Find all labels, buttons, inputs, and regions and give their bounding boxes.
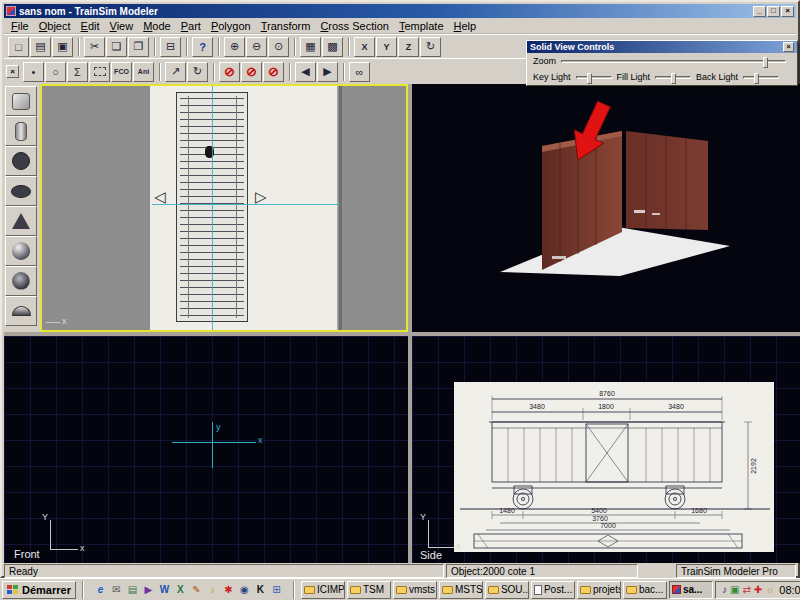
palette-close-icon[interactable]: × bbox=[783, 42, 794, 52]
network-icon[interactable]: ⇄ bbox=[742, 585, 750, 595]
zoom-out-icon[interactable]: ⊖ bbox=[246, 37, 267, 57]
key-light-slider-thumb[interactable] bbox=[587, 73, 592, 84]
show-desktop-icon[interactable]: ▤ bbox=[125, 582, 140, 597]
ellipsoid-shape-button[interactable] bbox=[5, 176, 37, 206]
titlebar[interactable]: sans nom - TrainSim Modeler _ □ × bbox=[4, 4, 796, 18]
forbid-3-icon[interactable]: ⊘ bbox=[263, 62, 284, 82]
notepad-icon[interactable]: ♪ bbox=[205, 582, 220, 597]
toolbar-separator bbox=[213, 63, 215, 81]
menu-file[interactable]: File bbox=[6, 19, 34, 33]
minimize-button[interactable]: _ bbox=[753, 6, 766, 17]
cone-shape-button[interactable] bbox=[5, 206, 37, 236]
save-file-icon[interactable]: ▣ bbox=[52, 37, 73, 57]
menu-template[interactable]: Template bbox=[394, 19, 449, 33]
hemisphere-shape-button[interactable] bbox=[5, 296, 37, 326]
task-sou[interactable]: SOU... bbox=[485, 581, 529, 599]
sphere-shape-button[interactable] bbox=[5, 146, 37, 176]
paste-icon[interactable]: ❐ bbox=[128, 37, 149, 57]
menu-help[interactable]: Help bbox=[449, 19, 482, 33]
start-button[interactable]: Démarrer bbox=[2, 581, 76, 599]
sum-tool-icon[interactable]: Σ bbox=[67, 62, 88, 82]
viewport-top[interactable]: ◁ ▷ x bbox=[40, 84, 408, 332]
task-icimp[interactable]: ICIMP bbox=[301, 581, 345, 599]
back-light-slider-thumb[interactable] bbox=[754, 73, 759, 84]
internet-explorer-icon[interactable]: e bbox=[93, 582, 108, 597]
task-vmsts[interactable]: vmsts bbox=[393, 581, 437, 599]
menu-part[interactable]: Part bbox=[176, 19, 206, 33]
key-light-slider[interactable] bbox=[576, 76, 612, 79]
next-icon[interactable]: ▶ bbox=[317, 62, 338, 82]
viewport-side[interactable]: 8760 3480 1800 3480 1480 5400 1680 3760 … bbox=[412, 336, 800, 563]
open-file-icon[interactable]: ▤ bbox=[30, 37, 51, 57]
excel-icon[interactable]: X bbox=[173, 582, 188, 597]
menu-cross-section[interactable]: Cross Section bbox=[315, 19, 393, 33]
zoom-in-icon[interactable]: ⊕ bbox=[224, 37, 245, 57]
forbid-2-icon[interactable]: ⊘ bbox=[241, 62, 262, 82]
solid-view-controls-titlebar[interactable]: Solid View Controls × bbox=[527, 41, 797, 53]
mirror-z-icon[interactable]: Z bbox=[398, 37, 419, 57]
task-sans-nom-active[interactable]: sa... bbox=[669, 581, 713, 599]
scheduler-icon[interactable]: ☼ bbox=[765, 585, 774, 595]
arrow-tool-icon[interactable]: ↗ bbox=[165, 62, 186, 82]
rotate-tool-icon[interactable]: ↻ bbox=[187, 62, 208, 82]
dim-seg-left: 3480 bbox=[529, 403, 545, 410]
zoom-fit-icon[interactable]: ⊙ bbox=[268, 37, 289, 57]
copy-icon[interactable]: ❏ bbox=[106, 37, 127, 57]
task-projets[interactable]: projets bbox=[577, 581, 621, 599]
menu-mode[interactable]: Mode bbox=[138, 19, 176, 33]
solid-view-controls-palette[interactable]: Solid View Controls × Zoom Key Light Fil… bbox=[526, 40, 798, 86]
paint-icon[interactable]: ✎ bbox=[189, 582, 204, 597]
kazaa-icon[interactable]: K bbox=[253, 582, 268, 597]
fill-light-slider[interactable] bbox=[655, 76, 691, 79]
maximize-button[interactable]: □ bbox=[767, 6, 780, 17]
task-msts[interactable]: MSTS bbox=[439, 581, 483, 599]
volume-icon[interactable]: ♪ bbox=[722, 585, 727, 595]
antivirus-icon[interactable]: ✚ bbox=[754, 585, 762, 595]
toolbar-close-icon[interactable]: × bbox=[6, 65, 19, 78]
display-icon[interactable]: ▣ bbox=[730, 585, 739, 595]
circle-tool-icon[interactable]: ○ bbox=[45, 62, 66, 82]
menu-transform[interactable]: Transform bbox=[256, 19, 316, 33]
realplayer-icon[interactable]: ◉ bbox=[237, 582, 252, 597]
shaded-sphere-shape-button[interactable] bbox=[5, 236, 37, 266]
viewport-front[interactable]: y x Y x Front bbox=[4, 336, 408, 563]
close-button[interactable]: × bbox=[781, 6, 794, 17]
grid-snap-icon[interactable]: ▩ bbox=[322, 37, 343, 57]
menu-edit[interactable]: Edit bbox=[76, 19, 105, 33]
mirror-y-icon[interactable]: Y bbox=[376, 37, 397, 57]
explorer-icon[interactable]: ⊞ bbox=[269, 582, 284, 597]
zoom-slider-thumb[interactable] bbox=[763, 57, 768, 68]
point-tool-icon[interactable]: • bbox=[23, 62, 44, 82]
zoom-label: Zoom bbox=[533, 56, 556, 66]
find-binoculars-icon[interactable]: ∞ bbox=[349, 62, 370, 82]
cut-icon[interactable]: ✂ bbox=[84, 37, 105, 57]
word-icon[interactable]: W bbox=[157, 582, 172, 597]
rotate-icon[interactable]: ↻ bbox=[420, 37, 441, 57]
menu-polygon[interactable]: Polygon bbox=[206, 19, 256, 33]
fco-tool-button[interactable]: FCO bbox=[111, 62, 132, 82]
task-tsm[interactable]: TSM bbox=[347, 581, 391, 599]
media-player-icon[interactable]: ▶ bbox=[141, 582, 156, 597]
box-shape-button[interactable] bbox=[5, 86, 37, 116]
mirror-x-icon[interactable]: X bbox=[354, 37, 375, 57]
task-post[interactable]: Post... bbox=[531, 581, 575, 599]
grid-icon[interactable]: ▦ bbox=[300, 37, 321, 57]
outlook-icon[interactable]: ✉ bbox=[109, 582, 124, 597]
viewport-3d[interactable] bbox=[412, 84, 800, 332]
task-bac[interactable]: bac... bbox=[623, 581, 667, 599]
help-icon[interactable]: ? bbox=[192, 37, 213, 57]
forbid-1-icon[interactable]: ⊘ bbox=[219, 62, 240, 82]
cylinder-shape-button[interactable] bbox=[5, 116, 37, 146]
zoom-slider[interactable] bbox=[561, 60, 786, 63]
print-icon[interactable]: ⊟ bbox=[160, 37, 181, 57]
menu-view[interactable]: View bbox=[105, 19, 139, 33]
new-file-icon[interactable]: □ bbox=[8, 37, 29, 57]
menu-object[interactable]: Object bbox=[34, 19, 76, 33]
prev-icon[interactable]: ◀ bbox=[295, 62, 316, 82]
geosphere-shape-button[interactable] bbox=[5, 266, 37, 296]
marquee-tool-icon[interactable] bbox=[89, 62, 110, 82]
winamp-icon[interactable]: ✱ bbox=[221, 582, 236, 597]
back-light-slider[interactable] bbox=[743, 76, 779, 79]
fill-light-slider-thumb[interactable] bbox=[671, 73, 676, 84]
ani-tool-button[interactable]: Ani bbox=[133, 62, 154, 82]
